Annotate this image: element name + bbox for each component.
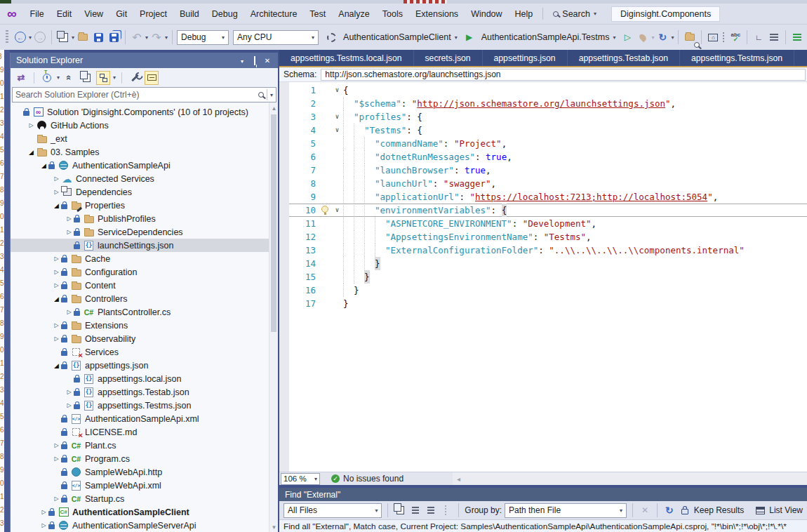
repeat-search-button[interactable]: ↻ [663,503,676,517]
expander-icon[interactable]: ▷ [52,442,61,448]
new-project-dropdown-icon[interactable]: ▾ [72,34,74,41]
search-options-dropdown-icon[interactable]: ▾ [270,92,273,98]
navigate-forward-button[interactable]: → [33,29,47,45]
expander-icon[interactable]: ▷ [27,122,36,128]
switch-views-button[interactable]: ⇄ [14,71,28,85]
tab-secrets-json[interactable]: secrets.json [414,50,483,66]
expander-icon[interactable]: ◢ [39,162,48,169]
list-view-label[interactable]: List View [769,505,803,515]
expander-icon[interactable]: ▷ [52,335,61,342]
filter-dropdown-icon[interactable]: ▾ [57,74,60,81]
close-button[interactable]: ✕ [261,57,274,65]
horizontal-scrollbar[interactable]: ◂ [453,472,807,485]
solution-explorer-header[interactable]: Solution Explorer ▾ ✕ [11,53,278,68]
search-menu-button[interactable]: Search ▾ [547,7,603,21]
quick-actions-lightbulb[interactable] [319,208,331,213]
tree-item-appsettings-testab-json[interactable]: ▷{}appsettings.Testab.json [11,385,278,399]
next-location-button[interactable] [425,503,437,517]
menu-item-build[interactable]: Build [173,7,206,21]
schema-url-input[interactable] [321,69,806,81]
tree-item-servicedependencies[interactable]: ▷ServiceDependencies [11,225,278,239]
expander-icon[interactable]: ▷ [52,175,61,182]
code-editor[interactable]: 1∨{2"$schema": "http://json.schemastore.… [279,82,807,472]
tree-item-configuration[interactable]: ▷Configuration [11,265,278,279]
menu-item-extensions[interactable]: Extensions [409,7,465,21]
expander-icon[interactable]: ◢ [27,149,36,156]
menu-item-architecture[interactable]: Architecture [244,7,304,21]
expander-icon[interactable]: ▷ [65,215,74,222]
tree-item-services[interactable]: Services [11,345,278,359]
navigate-back-button[interactable]: ← [13,29,27,45]
expander-icon[interactable]: ◢ [52,362,61,369]
tree-item-publishprofiles[interactable]: ▷PublishProfiles [11,212,278,225]
tree-item-appsettings-json[interactable]: ◢{}appsettings.json [11,359,278,372]
tree-item-controllers[interactable]: ◢Controllers [11,292,278,305]
tab-appsettings-testms-json[interactable]: appsettings.Testms.json [680,50,794,66]
breakpoint-margin[interactable] [279,82,289,472]
column-guide-icon[interactable] [723,32,726,42]
tree-scrollbar[interactable]: ▲ ▼ [269,103,278,532]
pending-changes-filter-button[interactable] [40,71,54,85]
tree-item-program-cs[interactable]: ▷C#Program.cs [11,452,278,465]
menu-item-file[interactable]: File [24,7,51,21]
spell-checker-button[interactable]: abc✓ [728,29,742,45]
stop-search-button[interactable]: ✕ [639,503,651,517]
expander-icon[interactable]: ▷ [52,269,61,275]
startup-project-dropdown[interactable]: AuthenticationSampleClient ▾ [340,32,461,42]
group-by-dropdown[interactable]: Path then File ▾ [505,503,627,518]
tree-item-dependencies[interactable]: ▷Dependencies [11,185,278,199]
save-button[interactable] [91,29,105,45]
tree-item-observability[interactable]: ▷Observability [11,332,278,345]
tree-item-03-samples[interactable]: ◢03. Samples [11,145,278,159]
expander-icon[interactable]: ◢ [52,295,61,302]
tree-item-samplewebapi-xml[interactable]: </>SampleWebApi.xml [11,479,278,492]
navigate-cursor-button[interactable]: ∟ [752,29,766,45]
start-debugging-button[interactable]: ▶ [462,29,476,45]
settings-button[interactable] [440,503,453,517]
run-profile-dropdown[interactable]: AuthenticationSampleApi.Testms ▾ [478,32,620,42]
solution-name-box[interactable]: Diginsight.Components [611,6,720,22]
properties-button[interactable] [128,71,142,85]
menu-item-window[interactable]: Window [465,7,508,21]
redo-dropdown-icon[interactable]: ▾ [165,34,168,41]
expander-icon[interactable]: ▷ [65,389,74,395]
tree-item-properties[interactable]: ◢Properties [11,199,278,212]
menu-item-git[interactable]: Git [109,7,133,21]
start-without-debugging-button[interactable]: ▷ [620,29,634,45]
tree-item-ext[interactable]: _ext [11,132,278,145]
tab-appsettings-testab-json[interactable]: appsettings.Testab.json [568,50,680,66]
startup-settings-button[interactable] [324,29,338,45]
tree-item-content[interactable]: ▷Content [11,279,278,292]
menu-item-help[interactable]: Help [509,7,540,21]
solution-search-box[interactable]: ▾ [12,87,276,102]
keep-results-toggle[interactable] [679,503,691,517]
expander-icon[interactable]: ▷ [52,455,61,462]
tree-item-appsettings-local-json[interactable]: {}appsettings.local.json [11,372,278,385]
list-view-button[interactable] [754,503,766,517]
solution-platform-dropdown[interactable]: Any CPU ▾ [233,30,319,45]
scroll-up-icon[interactable]: ▲ [269,103,278,113]
save-all-button[interactable] [107,29,121,45]
pin-button[interactable] [248,57,261,65]
copy-structure-button[interactable] [767,29,781,45]
sync-dropdown-icon[interactable]: ▾ [113,74,116,81]
menu-item-debug[interactable]: Debug [206,7,244,21]
find-results-header[interactable]: Find "External" [279,488,807,501]
expander-icon[interactable]: ▷ [65,229,74,235]
expander-icon[interactable]: ▷ [52,322,61,328]
new-project-button[interactable] [56,29,70,45]
scroll-down-icon[interactable]: ▼ [269,522,278,532]
tree-item-connected-services[interactable]: ▷☁Connected Services [11,172,278,185]
fold-chevron-icon[interactable]: ∨ [331,110,343,124]
tree-item-plant-cs[interactable]: ▷C#Plant.cs [11,439,278,452]
tree-item-license-md[interactable]: LICENSE.md [11,425,278,439]
expander-icon[interactable]: ▷ [52,189,61,195]
expander-icon[interactable]: ▷ [39,522,48,528]
fold-chevron-icon[interactable]: ∨ [331,204,343,217]
sync-with-active-document-toggle[interactable] [96,71,110,85]
preview-selected-items-toggle[interactable] [145,71,159,85]
tree-item-solution-diginsight-components-10-of-10-projects[interactable]: ∞Solution 'Diginsight.Components' (10 of… [11,105,278,119]
tree-item-plantscontroller-cs[interactable]: ▷C#PlantsController.cs [11,305,278,319]
tree-item-appsettings-testms-json[interactable]: ▷{}appsettings.Testms.json [11,399,278,412]
tree-item-authenticationsampleapi[interactable]: ◢AuthenticationSampleApi [11,159,278,172]
